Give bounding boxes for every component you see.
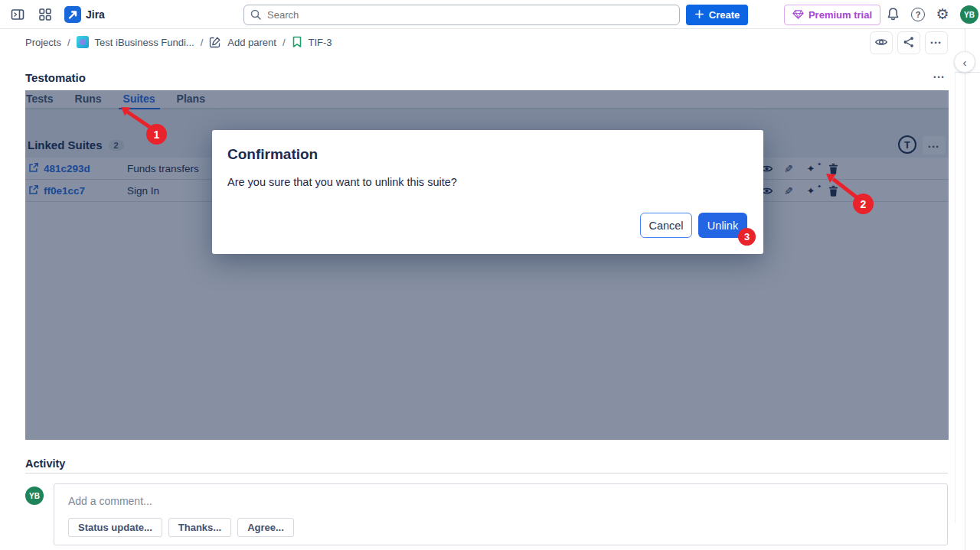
jira-logo-icon[interactable] <box>64 6 81 23</box>
create-button-label: Create <box>709 9 740 21</box>
bookmark-icon <box>292 36 302 48</box>
question-icon: ? <box>916 10 921 19</box>
breadcrumb-separator: / <box>283 37 286 48</box>
gem-icon <box>792 8 804 22</box>
search-input[interactable] <box>243 5 680 25</box>
settings-button[interactable]: ⚙ <box>934 5 951 24</box>
premium-trial-label: Premium trial <box>808 9 872 21</box>
sidebar-toggle-button[interactable] <box>9 7 26 24</box>
top-navigation-bar: Jira Create Premium trial ? <box>0 0 980 29</box>
panel-title: Testomatio <box>25 71 86 84</box>
dialog-message: Are you sure that you want to unlink thi… <box>227 176 457 188</box>
activity-divider <box>25 473 948 474</box>
quick-reply-agree[interactable]: Agree... <box>237 518 294 537</box>
breadcrumb: Projects / Test iBusiness Fundi... / Add… <box>25 34 332 50</box>
issue-more-button[interactable]: ••• <box>925 31 948 54</box>
user-avatar[interactable]: YB <box>960 5 978 24</box>
content-divider <box>955 73 956 522</box>
more-icon: ••• <box>933 74 945 81</box>
confirmation-dialog: Confirmation Are you sure that you want … <box>212 130 763 254</box>
dialog-title: Confirmation <box>227 146 318 163</box>
chevron-left-icon: ‹ <box>963 56 967 69</box>
app-switcher-button[interactable] <box>37 7 54 24</box>
comment-avatar: YB <box>25 487 44 505</box>
comment-placeholder[interactable]: Add a comment... <box>68 495 152 507</box>
sidebar-toggle-icon <box>10 7 25 24</box>
breadcrumb-separator: / <box>201 37 204 48</box>
activity-title: Activity <box>25 457 65 470</box>
jira-page: Jira Create Premium trial ? <box>0 0 980 550</box>
right-panel-divider <box>965 29 965 550</box>
quick-reply-status-update[interactable]: Status update... <box>68 518 162 537</box>
breadcrumb-issue-key[interactable]: TIF-3 <box>309 37 332 48</box>
eye-icon <box>874 35 888 51</box>
breadcrumb-project-link[interactable]: Test iBusiness Fundi... <box>95 37 194 48</box>
comment-box[interactable]: Add a comment... Status update... Thanks… <box>54 483 948 545</box>
breadcrumb-projects-link[interactable]: Projects <box>25 37 61 48</box>
collapse-panel-button[interactable]: ‹ <box>954 51 975 73</box>
create-button[interactable]: Create <box>686 5 748 25</box>
watch-button[interactable] <box>870 31 893 54</box>
unlink-button[interactable]: Unlink <box>698 213 747 238</box>
plus-icon <box>694 9 704 21</box>
quick-reply-chips: Status update... Thanks... Agree... <box>68 518 294 537</box>
avatar-initials: YB <box>964 11 975 19</box>
share-icon <box>902 35 916 51</box>
breadcrumb-add-parent-link[interactable]: Add parent <box>227 37 276 48</box>
premium-trial-button[interactable]: Premium trial <box>784 5 880 25</box>
panel-more-button[interactable]: ••• <box>929 69 949 86</box>
search-icon <box>250 8 262 24</box>
app-name: Jira <box>86 0 105 29</box>
global-search <box>243 5 680 25</box>
quick-reply-thanks[interactable]: Thanks... <box>168 518 231 537</box>
notifications-button[interactable] <box>885 8 900 23</box>
app-grid-icon <box>38 7 53 24</box>
breadcrumb-separator: / <box>67 37 70 48</box>
help-button[interactable]: ? <box>911 8 925 21</box>
more-icon: ••• <box>930 40 942 47</box>
share-button[interactable] <box>897 31 920 54</box>
cancel-button[interactable]: Cancel <box>640 213 692 238</box>
project-avatar-icon <box>77 36 89 48</box>
avatar-initials: YB <box>29 492 40 500</box>
gear-icon: ⚙ <box>936 5 949 24</box>
issue-header-actions: ••• <box>870 31 948 54</box>
edit-icon <box>209 36 221 48</box>
bell-icon <box>886 7 900 24</box>
